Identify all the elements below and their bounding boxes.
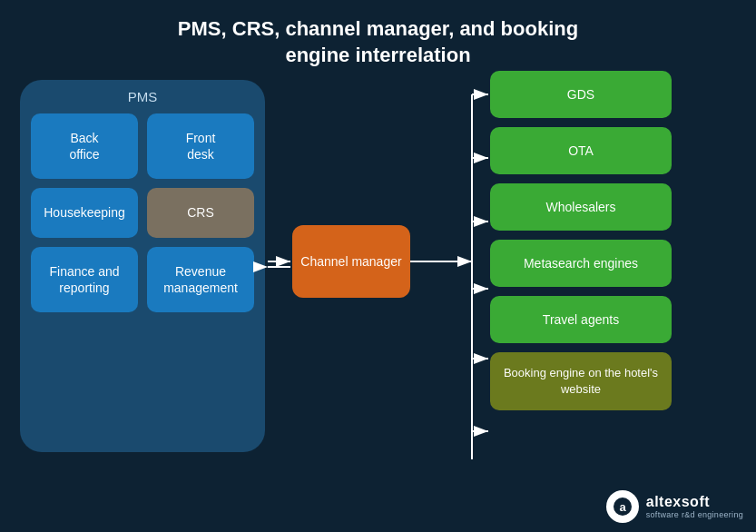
revenue-management-box: Revenuemanagement — [147, 247, 254, 312]
pms-grid: Backoffice Frontdesk Housekeeping CRS Fi… — [31, 113, 254, 312]
logo-icon: a — [606, 490, 639, 523]
back-office-box: Backoffice — [31, 113, 138, 179]
title-line1: PMS, CRS, channel manager, and booking — [0, 16, 756, 43]
channel-manager-box: Channel manager — [292, 225, 410, 298]
ota-box: OTA — [490, 127, 672, 174]
crs-box: CRS — [147, 188, 254, 237]
wholesalers-box: Wholesalers — [490, 183, 672, 231]
logo-area: a altexsoft software r&d engineering — [606, 490, 743, 523]
page-title: PMS, CRS, channel manager, and booking e… — [0, 0, 756, 68]
booking-engine-box: Booking engine on the hotel's website — [490, 352, 672, 410]
pms-label: PMS — [31, 89, 254, 104]
altexsoft-logo-svg: a — [613, 497, 633, 517]
title-line2: engine interrelation — [0, 43, 756, 69]
pms-container: PMS Backoffice Frontdesk Housekeeping CR… — [20, 80, 265, 452]
front-desk-box: Frontdesk — [147, 113, 254, 179]
travel-agents-box: Travel agents — [490, 296, 672, 343]
housekeeping-box: Housekeeping — [31, 188, 138, 237]
svg-text:a: a — [619, 500, 626, 514]
logo-text: altexsoft software r&d engineering — [646, 494, 743, 519]
channel-manager-label: Channel manager — [300, 253, 401, 270]
right-boxes-container: GDS OTA Wholesalers Metasearch engines T… — [490, 71, 672, 410]
finance-reporting-box: Finance andreporting — [31, 247, 138, 312]
brand-tagline: software r&d engineering — [646, 510, 743, 519]
metasearch-box: Metasearch engines — [490, 240, 672, 287]
brand-name: altexsoft — [646, 494, 710, 510]
gds-box: GDS — [490, 71, 672, 118]
